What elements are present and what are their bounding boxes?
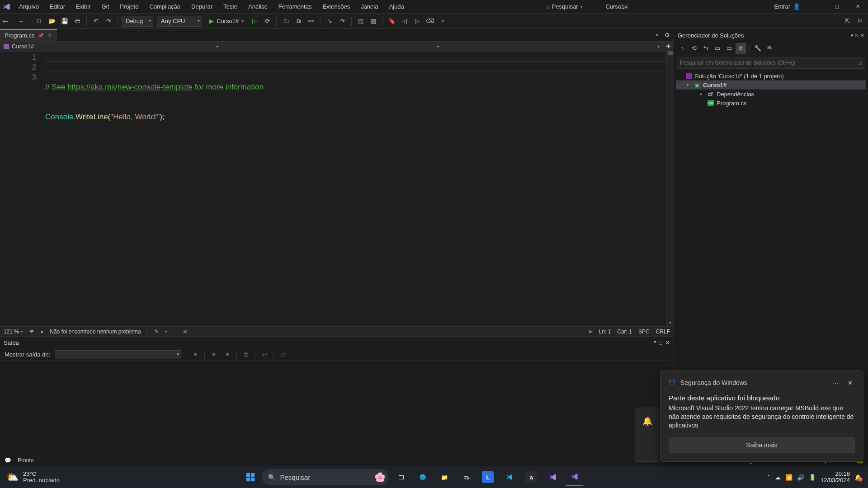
wifi-icon[interactable]: 📶: [785, 474, 793, 481]
menu-ajuda[interactable]: Ajuda: [383, 0, 409, 13]
bookmark-button[interactable]: 🔖: [387, 16, 397, 27]
redo-button[interactable]: ↷: [103, 16, 114, 27]
tabs-overflow-button[interactable]: ▾: [653, 33, 661, 38]
indent-indicator[interactable]: SPC: [638, 328, 650, 335]
editor-scrollbar[interactable]: ▾: [666, 52, 674, 326]
sync-button[interactable]: ⇆: [700, 43, 711, 54]
breadcrumb-project[interactable]: Curso1#: [0, 42, 222, 51]
menu-git[interactable]: Git: [96, 0, 115, 13]
app-l[interactable]: L: [479, 468, 497, 486]
menu-teste[interactable]: Teste: [218, 0, 243, 13]
menu-depurar[interactable]: Depurar: [186, 0, 218, 13]
pin-icon[interactable]: 📌: [37, 32, 44, 39]
dependencies-node[interactable]: ▸ 🗗 Dependências: [676, 89, 866, 99]
notifications-button[interactable]: 🔔1: [854, 474, 862, 481]
bookmark-next-button[interactable]: ▷: [412, 16, 423, 27]
breadcrumb-member[interactable]: [442, 42, 663, 51]
onedrive-icon[interactable]: ☁: [775, 474, 781, 481]
panel-dropdown-icon[interactable]: ▾: [851, 33, 854, 38]
task-view-button[interactable]: 🗔: [392, 468, 410, 486]
output-window-icon[interactable]: 💬: [5, 457, 11, 464]
start-button[interactable]: [243, 469, 258, 485]
cleanup-icon[interactable]: ✎: [154, 328, 159, 335]
bookmark-prev-button[interactable]: ◁: [399, 16, 410, 27]
code-editor[interactable]: 123 // See https://aka.ms/new-console-te…: [0, 52, 674, 326]
filter-button[interactable]: ⧉: [736, 43, 746, 54]
timestamp-button[interactable]: ◷: [278, 350, 288, 359]
menu-compilacao[interactable]: Compilação: [144, 0, 186, 13]
panel-close-icon[interactable]: ✕: [860, 33, 864, 38]
explorer-search-input[interactable]: [680, 60, 859, 66]
uncomment-button[interactable]: ▥: [368, 16, 379, 27]
panel-pin-icon[interactable]: ⏍: [659, 339, 662, 346]
nav-forward-button[interactable]: →: [15, 16, 26, 27]
health-icon[interactable]: ❤: [29, 328, 34, 335]
zoom-dropdown[interactable]: 121 %▾: [4, 328, 23, 335]
toast-more-button[interactable]: ⋯: [830, 378, 840, 388]
explorer-app[interactable]: 📁: [435, 468, 453, 486]
step-into-button[interactable]: ↘: [324, 16, 335, 27]
taskbar-search[interactable]: 🔍 Pesquisar 🌸: [262, 469, 388, 485]
open-button[interactable]: 📂: [47, 16, 57, 27]
menu-extensoes[interactable]: Extensões: [317, 0, 355, 13]
edge-app[interactable]: [414, 468, 432, 486]
clear-output-button[interactable]: 🗑: [241, 350, 250, 359]
menu-janela[interactable]: Janela: [355, 0, 383, 13]
vscode-app[interactable]: [500, 468, 519, 486]
code-surface[interactable]: // See https://aka.ms/new-console-templa…: [45, 52, 666, 326]
explorer-search[interactable]: ⌕: [677, 57, 865, 69]
menu-exibir[interactable]: Exibir: [71, 0, 96, 13]
app-a[interactable]: a: [522, 468, 540, 486]
home-button[interactable]: ⌂: [677, 43, 688, 54]
wrap-button[interactable]: ↩: [260, 350, 269, 359]
toast-bell-tab[interactable]: 🔔: [635, 408, 659, 462]
live-share-button[interactable]: ⇱: [842, 16, 853, 27]
output-body[interactable]: [0, 361, 674, 454]
col-indicator[interactable]: Car: 1: [617, 328, 632, 335]
menu-editar[interactable]: Editar: [44, 0, 71, 13]
config-dropdown[interactable]: Debug: [122, 16, 153, 27]
scroll-thumb[interactable]: [668, 52, 673, 55]
store-app[interactable]: 🛍: [457, 468, 475, 486]
start-nodebug-button[interactable]: ▷: [249, 16, 260, 27]
find-text-button[interactable]: abc: [306, 16, 316, 27]
preview-button[interactable]: 👁: [764, 43, 775, 54]
scroll-down-icon[interactable]: ▾: [667, 319, 674, 326]
minimize-button[interactable]: ─: [806, 0, 826, 14]
hot-reload-button[interactable]: ⟳: [262, 16, 273, 27]
collapse-button[interactable]: ▭: [724, 43, 735, 54]
nav-next-button[interactable]: ≡: [223, 350, 232, 359]
output-title[interactable]: Saída: [4, 339, 654, 346]
solution-node[interactable]: Solução 'Curso1#' (1 de 1 projeto): [676, 71, 866, 80]
nav-back-button[interactable]: ⃪: [3, 16, 14, 27]
browse-button[interactable]: 🗀: [280, 16, 291, 27]
issues-label[interactable]: Não foi encontrado nenhum problema: [50, 328, 141, 335]
menu-analise[interactable]: Análise: [243, 0, 273, 13]
visual-studio-app[interactable]: [566, 468, 584, 486]
breadcrumb-split-button[interactable]: ✚: [663, 42, 674, 51]
panel-close-icon[interactable]: ✕: [665, 339, 670, 346]
tab-program-cs[interactable]: Program.cs 📌 ✕: [0, 29, 57, 41]
nav-next-icon[interactable]: ▶: [589, 328, 593, 334]
expand-icon[interactable]: ▾: [687, 83, 691, 87]
maximize-button[interactable]: ▢: [826, 0, 847, 14]
project-node[interactable]: ▾ ▣ Curso1#: [676, 80, 866, 89]
new-item-button[interactable]: 🗋: [34, 16, 45, 27]
step-over-button[interactable]: ↷: [337, 16, 348, 27]
show-all-button[interactable]: ▭: [712, 43, 723, 54]
output-source-dropdown[interactable]: [55, 350, 181, 359]
battery-icon[interactable]: 🔋: [809, 474, 816, 481]
panel-dropdown-icon[interactable]: ▾: [654, 339, 656, 346]
volume-icon[interactable]: 🔊: [797, 474, 804, 481]
line-indicator[interactable]: Ln: 1: [599, 328, 611, 335]
undo-button[interactable]: ↶: [90, 16, 101, 27]
titlebar-search[interactable]: ⌕ Pesquisar ▾: [542, 2, 588, 11]
tab-close-icon[interactable]: ✕: [47, 32, 52, 39]
bookmark-clear-button[interactable]: ⌫: [425, 16, 435, 27]
expand-icon[interactable]: ▸: [700, 92, 705, 96]
feedback-button[interactable]: ⚐: [854, 16, 865, 27]
chevron-down-icon[interactable]: ▾: [165, 329, 167, 334]
signin-button[interactable]: Entrar 👤: [769, 3, 806, 10]
toast-close-button[interactable]: ✕: [845, 378, 855, 388]
tray-overflow-icon[interactable]: ˄: [767, 474, 770, 481]
